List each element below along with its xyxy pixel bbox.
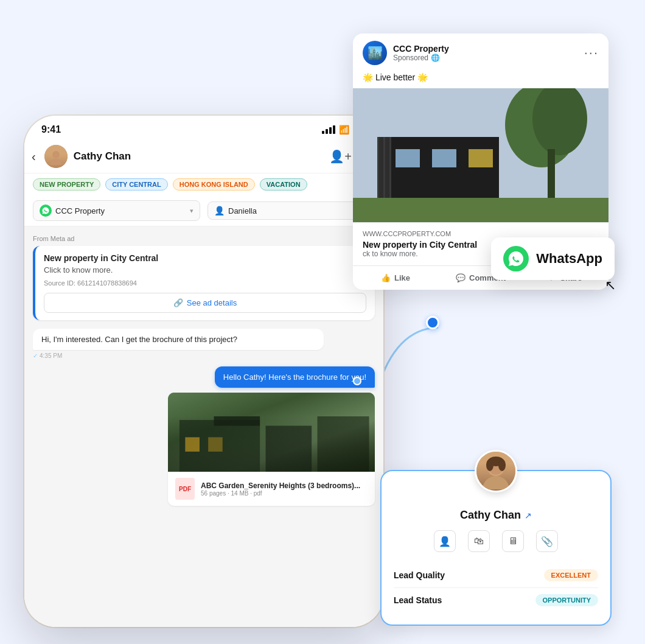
fb-card-header: 🏙️ CCC Property Sponsored 🌐 ··· <box>353 33 608 72</box>
whatsapp-logo-icon <box>503 246 529 271</box>
lead-shopping-icon[interactable]: 🛍 <box>468 530 490 552</box>
agent-name: Daniella <box>228 206 361 215</box>
svg-point-26 <box>498 459 506 471</box>
svg-rect-7 <box>208 437 223 452</box>
back-button[interactable]: ‹ <box>32 150 36 164</box>
ad-bubble: New property in City Central Click to kn… <box>33 246 375 320</box>
person-icon: 👤 <box>214 206 225 215</box>
phone-frame: 9:41 📶 ‹ <box>24 116 383 627</box>
pdf-attachment[interactable]: PDF ABC Garden_Serenity Heights (3 bedro… <box>168 472 375 506</box>
like-icon: 👍 <box>381 273 391 282</box>
lead-attachment-icon[interactable]: 📎 <box>536 530 558 552</box>
svg-point-25 <box>486 459 493 471</box>
mouse-cursor: ↖ <box>605 278 616 293</box>
svg-rect-20 <box>353 198 608 222</box>
svg-rect-3 <box>214 416 260 425</box>
fb-page-name: CCC Property <box>393 44 578 54</box>
globe-icon: 🌐 <box>431 54 440 62</box>
see-ad-details-button[interactable]: 🔗 See ad details <box>44 293 366 313</box>
fb-caption: 🌟 Live better 🌟 <box>353 72 608 88</box>
lead-icons-row: 👤 🛍 🖥 📎 <box>394 530 598 552</box>
fb-page-avatar: 🏙️ <box>363 41 387 65</box>
inbox-name: CCC Property <box>55 206 186 215</box>
status-bar: 9:41 📶 <box>24 116 383 140</box>
assignee-row: CCC Property ▾ 👤 Daniella ▾ <box>24 195 383 226</box>
svg-point-21 <box>483 476 509 489</box>
add-person-icon[interactable]: 👤+ <box>329 149 352 164</box>
connector-dot-large <box>426 316 439 329</box>
fb-post-image <box>353 88 608 222</box>
tag-city-central[interactable]: CITY CENTRAL <box>105 178 167 191</box>
property-image <box>168 393 375 472</box>
message-time: ✓ 4:35 PM <box>33 352 375 359</box>
ad-subtitle: Click to know more. <box>44 265 366 275</box>
chat-attachment: PDF ABC Garden_Serenity Heights (3 bedro… <box>168 393 375 518</box>
svg-rect-5 <box>318 416 369 472</box>
lead-status-badge: OPPORTUNITY <box>535 594 598 606</box>
fb-more-button[interactable]: ··· <box>584 45 599 61</box>
lead-avatar <box>475 450 517 492</box>
lead-status-label: Lead Status <box>394 595 442 605</box>
chat-header: ‹ Cathy Chan 👤+ ⋮ <box>24 140 383 173</box>
ad-source: Source ID: 6612141078838694 <box>44 279 366 287</box>
outgoing-message: Hello Cathy! Here's the brochure for you… <box>215 366 375 388</box>
external-link-icon: 🔗 <box>173 298 183 307</box>
lead-quality-row: Lead Quality EXCELLENT <box>394 563 598 588</box>
fb-url: WWW.CCCPROPERTY.COM <box>363 230 599 237</box>
agent-selector[interactable]: 👤 Daniella ▾ <box>207 201 375 220</box>
lead-quality-label: Lead Quality <box>394 570 445 580</box>
pdf-filename: ABC Garden_Serenity Heights (3 bedrooms)… <box>201 481 360 490</box>
like-button[interactable]: 👍 Like <box>353 268 438 287</box>
tag-vacation[interactable]: VACATION <box>260 178 307 191</box>
lead-status-row: Lead Status OPPORTUNITY <box>394 588 598 612</box>
incoming-message: Hi, I'm interested. Can I get the brochu… <box>33 329 324 350</box>
lead-name-row: Cathy Chan ↗ <box>394 509 598 522</box>
lead-screen-icon[interactable]: 🖥 <box>502 530 524 552</box>
lead-contact-icon[interactable]: 👤 <box>434 530 456 552</box>
svg-rect-15 <box>432 149 456 167</box>
svg-rect-11 <box>548 149 555 198</box>
lead-quality-badge: EXCELLENT <box>544 569 598 581</box>
avatar <box>44 145 68 168</box>
pdf-meta: 56 pages · 14 MB · pdf <box>201 490 360 497</box>
external-link-icon[interactable]: ↗ <box>525 511 532 520</box>
chat-body[interactable]: From Meta ad New property in City Centra… <box>24 226 383 627</box>
svg-rect-14 <box>396 149 420 167</box>
status-time: 9:41 <box>41 124 61 135</box>
inbox-chevron-icon: ▾ <box>190 207 194 215</box>
whatsapp-logo-icon <box>40 205 52 217</box>
comment-icon: 💬 <box>456 273 465 282</box>
wifi-icon: 📶 <box>339 125 349 135</box>
svg-rect-16 <box>469 149 493 167</box>
inbox-selector[interactable]: CCC Property ▾ <box>33 200 200 221</box>
fb-page-info: CCC Property Sponsored 🌐 <box>393 44 578 62</box>
svg-point-1 <box>50 159 62 165</box>
checkmark-icon: ✓ <box>33 352 38 359</box>
phone-inner: 9:41 📶 ‹ <box>24 116 383 627</box>
pdf-icon: PDF <box>175 478 195 500</box>
signal-bars-icon <box>322 125 335 134</box>
tag-hong-kong-island[interactable]: HONG KONG ISLAND <box>173 178 255 191</box>
contact-name: Cathy Chan <box>74 150 324 163</box>
whatsapp-button[interactable]: WhatsApp <box>491 237 615 280</box>
tag-new-property[interactable]: NEW PROPERTY <box>33 178 100 191</box>
fb-sponsored: Sponsored 🌐 <box>393 54 578 62</box>
lead-card: Cathy Chan ↗ 👤 🛍 🖥 📎 Lead Quality EXCELL… <box>380 470 612 626</box>
lead-name: Cathy Chan <box>460 509 521 522</box>
whatsapp-label: WhatsApp <box>536 251 602 267</box>
svg-rect-4 <box>266 425 312 472</box>
ad-label: From Meta ad <box>33 235 375 242</box>
tags-row: NEW PROPERTY CITY CENTRAL HONG KONG ISLA… <box>24 173 383 195</box>
connector-dot-small <box>353 377 361 385</box>
ad-title: New property in City Central <box>44 253 366 263</box>
svg-point-0 <box>52 151 60 158</box>
svg-rect-6 <box>185 437 200 452</box>
